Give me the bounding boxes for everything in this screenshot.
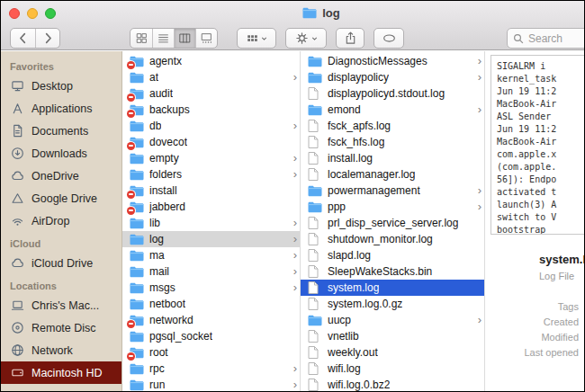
folder-row-pgsql-socket[interactable]: pgsql_socket bbox=[122, 328, 300, 344]
onedrive-icon bbox=[10, 169, 25, 183]
chevron-right-icon: › bbox=[293, 361, 297, 376]
file-row-fsck-apfs-log[interactable]: fsck_apfs.log bbox=[301, 118, 484, 134]
close-button[interactable] bbox=[9, 8, 20, 19]
file-row-system-log[interactable]: system.log bbox=[301, 280, 484, 296]
sidebar-item-label: Remote Disc bbox=[32, 322, 96, 334]
file-row-displaypolicyd-stdout-log[interactable]: displaypolicyd.stdout.log bbox=[301, 85, 484, 102]
group-button[interactable] bbox=[237, 28, 276, 49]
folder-row-ma[interactable]: ma› bbox=[122, 247, 300, 263]
list-view-button[interactable] bbox=[152, 29, 174, 48]
file-row-install-log[interactable]: install.log bbox=[301, 150, 484, 166]
file-row-shutdown-monitor-log[interactable]: shutdown_monitor.log bbox=[301, 231, 484, 247]
airdrop-icon bbox=[10, 214, 25, 227]
chevron-right-icon: › bbox=[293, 378, 297, 391]
file-icon bbox=[308, 168, 323, 181]
group-icon bbox=[247, 32, 258, 44]
folder-row-backups[interactable]: backups bbox=[122, 102, 300, 118]
sidebar-item-label: iCloud Drive bbox=[32, 257, 93, 270]
folder-row-dovecot[interactable]: dovecot bbox=[122, 134, 300, 150]
folder-row-emond[interactable]: emond› bbox=[301, 102, 484, 118]
sidebar-item-airdrop[interactable]: AirDrop bbox=[1, 209, 122, 232]
folder-row-jabberd[interactable]: jabberd bbox=[122, 199, 300, 215]
chevron-right-icon: › bbox=[293, 119, 297, 133]
folder-row-log[interactable]: log› bbox=[122, 231, 300, 247]
file-row-sleepwakestacks-bin[interactable]: SleepWakeStacks.bin bbox=[301, 263, 484, 280]
folder-icon bbox=[308, 104, 323, 116]
gallery-view-button[interactable] bbox=[195, 29, 217, 48]
icon-view-button[interactable] bbox=[130, 29, 152, 48]
chevron-right-icon: › bbox=[293, 167, 297, 182]
sidebar-item-applications[interactable]: Applications bbox=[1, 97, 122, 120]
item-name: dovecot bbox=[149, 136, 187, 148]
sidebar-item-icloud-drive[interactable]: iCloud Drive bbox=[1, 252, 122, 274]
file-row-weekly-out[interactable]: weekly.out bbox=[301, 344, 484, 361]
item-name: audit bbox=[149, 87, 173, 100]
folder-row-db[interactable]: db› bbox=[122, 118, 300, 134]
sidebar-section-header-locations: Locations bbox=[1, 274, 122, 294]
file-row-system-log-0-gz[interactable]: system.log.0.gz bbox=[301, 296, 484, 312]
file-icon bbox=[308, 281, 323, 294]
column-view-button[interactable] bbox=[174, 29, 195, 48]
folder-row-netboot[interactable]: netboot bbox=[122, 296, 300, 312]
folder-row-audit[interactable]: audit bbox=[122, 85, 300, 102]
back-button[interactable] bbox=[11, 29, 35, 48]
sidebar-item-network[interactable]: Network bbox=[1, 339, 122, 361]
folder-row-displaypolicy[interactable]: displaypolicy› bbox=[301, 69, 484, 85]
folder-row-install[interactable]: install bbox=[122, 183, 300, 199]
sidebar-item-google-drive[interactable]: Google Drive bbox=[1, 187, 122, 209]
preview-text-line: launch(3) A bbox=[497, 199, 584, 211]
share-button[interactable] bbox=[336, 28, 364, 49]
action-button[interactable] bbox=[285, 28, 327, 49]
folder-row-empty[interactable]: empty› bbox=[122, 150, 300, 166]
item-name: wifi.log.0.bz2 bbox=[328, 379, 390, 391]
sidebar-item-macintosh-hd[interactable]: Macintosh HD bbox=[1, 361, 122, 384]
chevron-right-icon: › bbox=[293, 281, 297, 295]
preview-column: SIGALRM ikernel_taskJun 19 11:2MacBook-A… bbox=[485, 51, 584, 391]
sidebar-item-documents[interactable]: Documents bbox=[1, 120, 122, 142]
file-row-wifi-log[interactable]: wifi.log bbox=[301, 361, 484, 377]
column-var: agentxat›auditbackupsdb›dovecotempty›fol… bbox=[122, 51, 301, 391]
folder-icon bbox=[130, 137, 145, 148]
folder-row-ppp[interactable]: ppp› bbox=[301, 199, 484, 215]
share-icon bbox=[344, 31, 357, 45]
tag-button[interactable] bbox=[374, 28, 404, 49]
folder-row-lib[interactable]: lib› bbox=[122, 215, 300, 231]
folder-row-root[interactable]: root bbox=[122, 344, 300, 361]
laptop-icon bbox=[10, 298, 25, 312]
folder-row-msgs[interactable]: msgs› bbox=[122, 280, 300, 296]
sidebar-item-desktop[interactable]: Desktop bbox=[1, 75, 122, 97]
folder-row-run[interactable]: run› bbox=[122, 377, 300, 391]
preview-text-line: kernel_task bbox=[497, 73, 584, 85]
folder-row-mail[interactable]: mail› bbox=[122, 263, 300, 280]
file-row-slapd-log[interactable]: slapd.log bbox=[301, 247, 484, 263]
item-name: networkd bbox=[149, 314, 194, 326]
search-input[interactable] bbox=[528, 32, 585, 45]
desktop-icon bbox=[10, 79, 25, 93]
file-row-prl-disp-service-server-log[interactable]: prl_disp_service_server.log bbox=[301, 215, 484, 231]
item-name: ma bbox=[149, 249, 165, 262]
folder-row-networkd[interactable]: networkd bbox=[122, 312, 300, 328]
folder-row-uucp[interactable]: uucp› bbox=[301, 312, 484, 328]
folder-row-diagnosticmessages[interactable]: DiagnosticMessages› bbox=[301, 53, 484, 69]
sidebar-item-downloads[interactable]: Downloads bbox=[1, 142, 122, 165]
folder-row-agentx[interactable]: agentx bbox=[122, 53, 300, 69]
folder-row-at[interactable]: at› bbox=[122, 69, 300, 85]
folder-row-powermanagement[interactable]: powermanagement› bbox=[301, 183, 484, 199]
preview-filename: system.log bbox=[539, 253, 584, 266]
sidebar-item-onedrive[interactable]: OneDrive bbox=[1, 165, 122, 187]
folder-row-rpc[interactable]: rpc› bbox=[122, 361, 300, 377]
folder-row-folders[interactable]: folders› bbox=[122, 166, 300, 183]
file-row-wifi-log-0-bz2[interactable]: wifi.log.0.bz2 bbox=[301, 377, 484, 391]
file-row-fsck-hfs-log[interactable]: fsck_hfs.log bbox=[301, 134, 484, 150]
forward-button[interactable] bbox=[35, 29, 59, 48]
sidebar-item-remote-disc[interactable]: Remote Disc bbox=[1, 316, 122, 339]
file-row-localemanager-log[interactable]: localemanager.log bbox=[301, 166, 484, 183]
restricted-badge-icon bbox=[127, 142, 135, 150]
chevron-right-icon: › bbox=[478, 200, 482, 214]
file-row-vnetlib[interactable]: vnetlib bbox=[301, 328, 484, 344]
preview-text-line: MacBook-Air bbox=[497, 98, 584, 111]
folder-icon bbox=[130, 282, 145, 294]
disc-icon bbox=[10, 321, 25, 334]
item-name: wifi.log bbox=[328, 362, 361, 375]
sidebar-item-chris-s-mac[interactable]: Chris's Mac... bbox=[1, 294, 122, 316]
